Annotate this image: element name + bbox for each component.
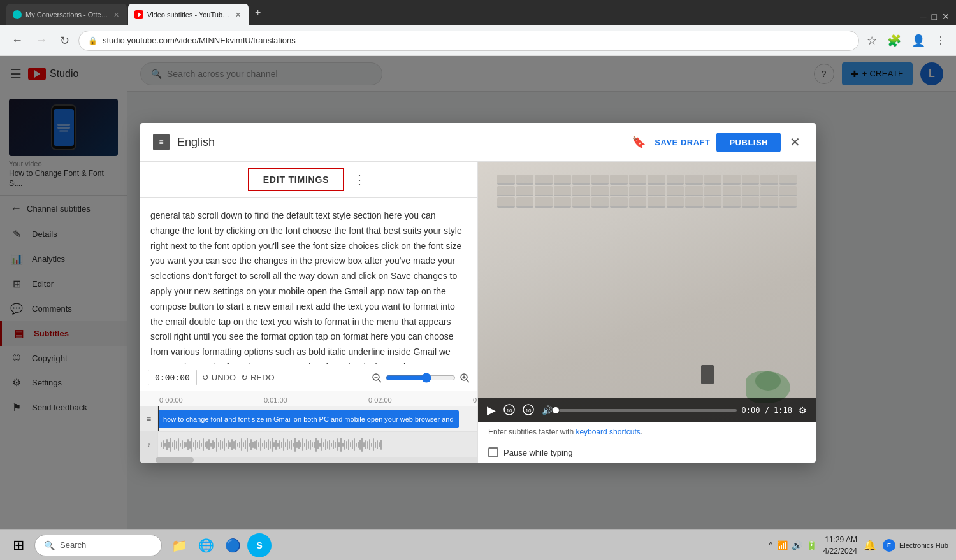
clock[interactable]: 11:29 AM 4/22/2024 xyxy=(823,534,857,557)
timeline-ruler: 0:00:00 0:01:00 0:02:00 0:03:00 0:04:00 … xyxy=(140,391,477,406)
subtitle-track-icon: ≡ xyxy=(140,406,158,431)
maximize-button[interactable]: □ xyxy=(932,11,937,22)
redo-button[interactable]: ↻ REDO xyxy=(241,373,275,382)
waveform-track: ♪ xyxy=(140,432,477,457)
svg-line-4 xyxy=(467,380,469,382)
tab-youtube-label: Video subtitles - YouTube Studi... xyxy=(147,11,230,18)
redo-icon: ↻ xyxy=(241,373,248,382)
volume-button[interactable]: 🔊 xyxy=(540,404,554,417)
subtitle-track-icon: ≡ xyxy=(153,134,170,150)
minimize-button[interactable]: ─ xyxy=(920,11,927,22)
timeline-controls-bar: 0:00:00 ↺ UNDO ↻ REDO xyxy=(140,364,477,391)
window-controls: ─ □ ✕ xyxy=(920,11,950,25)
taskbar-apps: 📁 🌐 🔵 s xyxy=(167,533,272,557)
taskbar-app-skype[interactable]: s xyxy=(247,533,272,557)
scrollbar-thumb[interactable] xyxy=(156,457,194,463)
ruler-mark-2: 0:02:00 xyxy=(367,396,472,404)
timeline-scrollbar[interactable] xyxy=(140,457,477,463)
taskbar-search-label: Search xyxy=(60,540,86,550)
electronics-hub: E Electronics Hub xyxy=(883,539,948,552)
notification-bell[interactable]: 🔔 xyxy=(864,539,876,551)
video-panel: ▶ 10 10 🔊 0:00 / 1:18 xyxy=(478,162,816,463)
taskbar-app-edge[interactable]: 🌐 xyxy=(194,533,218,557)
new-tab-button[interactable]: + xyxy=(250,4,266,21)
zoom-slider[interactable] xyxy=(386,373,456,383)
system-tray: ^ 📶 🔊 🔋 11:29 AM 4/22/2024 🔔 E Electroni… xyxy=(769,534,948,557)
subtitle-chip[interactable]: how to change font and font size in Gmai… xyxy=(158,410,459,428)
timeline-area: 0:00:00 0:01:00 0:02:00 0:03:00 0:04:00 … xyxy=(140,391,477,463)
close-window-button[interactable]: ✕ xyxy=(942,11,950,22)
hint-text: Enter subtitles faster with xyxy=(488,427,576,436)
subtitle-text-area: general tab scroll down to find the defa… xyxy=(140,198,477,364)
tray-chevron[interactable]: ^ xyxy=(769,540,773,550)
publish-button[interactable]: PUBLISH xyxy=(716,133,781,152)
start-button[interactable]: ⊞ xyxy=(8,535,29,556)
keyboard-hint: Enter subtitles faster with keyboard sho… xyxy=(478,422,816,442)
volume-icon[interactable]: 🔊 xyxy=(792,540,802,550)
undo-button[interactable]: ↺ UNDO xyxy=(202,373,236,382)
skip-forward-button[interactable]: 10 xyxy=(521,403,535,419)
refresh-button[interactable]: ↻ xyxy=(56,31,73,50)
more-options-button[interactable]: ⋮ xyxy=(349,171,370,189)
keyboard-shortcuts-link[interactable]: keyboard shortcuts xyxy=(576,427,640,436)
profile-icon[interactable]: 👤 xyxy=(909,31,928,50)
address-bar[interactable]: 🔒 studio.youtube.com/video/MtNNEkvimIU/t… xyxy=(78,31,859,51)
clock-date: 4/22/2024 xyxy=(823,545,857,557)
modal-close-button[interactable]: ✕ xyxy=(787,132,803,152)
taskbar: ⊞ 🔍 Search 📁 🌐 🔵 s ^ 📶 🔊 🔋 11:29 AM 4/22… xyxy=(0,529,956,560)
modal-header: ≡ English 🔖 SAVE DRAFT PUBLISH ✕ xyxy=(140,123,816,162)
video-progress-thumb xyxy=(553,407,559,413)
pause-checkbox-container: Pause while typing xyxy=(478,442,816,463)
forward-button[interactable]: → xyxy=(32,31,51,50)
tab-youtube[interactable]: Video subtitles - YouTube Studi... ✕ xyxy=(128,4,249,25)
undo-label: UNDO xyxy=(212,373,236,382)
video-controls-bar: ▶ 10 10 🔊 0:00 / 1:18 xyxy=(478,398,816,422)
edit-timings-button[interactable]: EDIT TIMINGS xyxy=(248,168,345,191)
save-draft-button[interactable]: SAVE DRAFT xyxy=(655,138,710,147)
subtitle-text[interactable]: general tab scroll down to find the defa… xyxy=(150,208,465,364)
back-button[interactable]: ← xyxy=(8,31,27,50)
taskbar-app-files[interactable]: 📁 xyxy=(167,533,191,557)
clock-time: 11:29 AM xyxy=(823,534,857,545)
taskbar-search-bar[interactable]: 🔍 Search xyxy=(34,535,162,556)
svg-text:10: 10 xyxy=(507,408,512,413)
electronics-hub-label: Electronics Hub xyxy=(899,542,948,549)
skip-back-button[interactable]: 10 xyxy=(502,403,516,419)
browser-toolbar: ← → ↻ 🔒 studio.youtube.com/video/MtNNEkv… xyxy=(0,25,956,56)
tab-youtube-favicon xyxy=(134,10,143,19)
wifi-icon[interactable]: 📶 xyxy=(777,540,788,550)
video-settings-button[interactable]: ⚙ xyxy=(797,404,808,417)
video-progress-bar[interactable] xyxy=(559,409,737,412)
ruler-mark-3: 0:03:00 xyxy=(472,396,477,404)
pause-checkbox[interactable] xyxy=(488,447,498,457)
waveform-track-icon: ♪ xyxy=(140,432,158,457)
taskbar-app-chrome[interactable]: 🔵 xyxy=(221,533,245,557)
ruler-mark-1: 0:01:00 xyxy=(263,396,367,404)
svg-line-1 xyxy=(379,380,381,382)
hint-period: . xyxy=(641,427,642,436)
modal-title: English xyxy=(177,136,621,149)
tab-youtube-close[interactable]: ✕ xyxy=(235,11,241,19)
bookmark-button[interactable]: ☆ xyxy=(864,31,880,50)
taskbar-search-icon: 🔍 xyxy=(44,540,55,550)
zoom-controls xyxy=(372,373,470,383)
subtitle-track: ≡ how to change font and font size in Gm… xyxy=(140,406,477,432)
modal-overlay: ≡ English 🔖 SAVE DRAFT PUBLISH ✕ EDIT TI… xyxy=(0,56,956,529)
svg-text:10: 10 xyxy=(526,408,532,413)
address-text: studio.youtube.com/video/MtNNEkvimIU/tra… xyxy=(103,36,296,45)
waveform-bars xyxy=(158,432,477,457)
play-button[interactable]: ▶ xyxy=(486,402,497,419)
video-player-container: ▶ 10 10 🔊 0:00 / 1:18 xyxy=(478,162,816,422)
browser-menu-button[interactable]: ⋮ xyxy=(933,32,948,49)
tab-otter-close[interactable]: ✕ xyxy=(113,11,119,19)
text-wrapper: general tab scroll down to find the defa… xyxy=(150,208,465,364)
lock-icon: 🔒 xyxy=(88,36,98,45)
electronics-hub-logo: E xyxy=(883,539,895,552)
save-draft-icon[interactable]: 🔖 xyxy=(629,133,648,152)
extensions-button[interactable]: 🧩 xyxy=(885,31,904,50)
zoom-out-button[interactable] xyxy=(372,373,382,383)
tray-icons: ^ 📶 🔊 🔋 xyxy=(769,540,817,550)
zoom-in-button[interactable] xyxy=(460,373,470,383)
time-display[interactable]: 0:00:00 xyxy=(148,370,197,385)
tab-otter[interactable]: My Conversations - Otter.ai ✕ xyxy=(6,4,127,25)
